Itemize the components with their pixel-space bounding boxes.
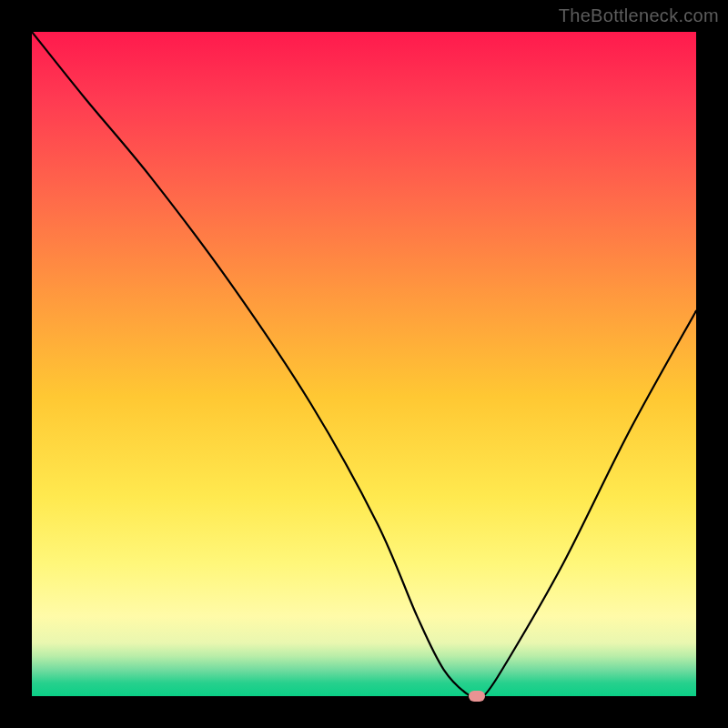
chart-frame: TheBottleneck.com xyxy=(0,0,728,728)
bottleneck-curve xyxy=(32,32,696,696)
attribution-text: TheBottleneck.com xyxy=(559,5,719,26)
optimal-marker xyxy=(469,691,485,702)
